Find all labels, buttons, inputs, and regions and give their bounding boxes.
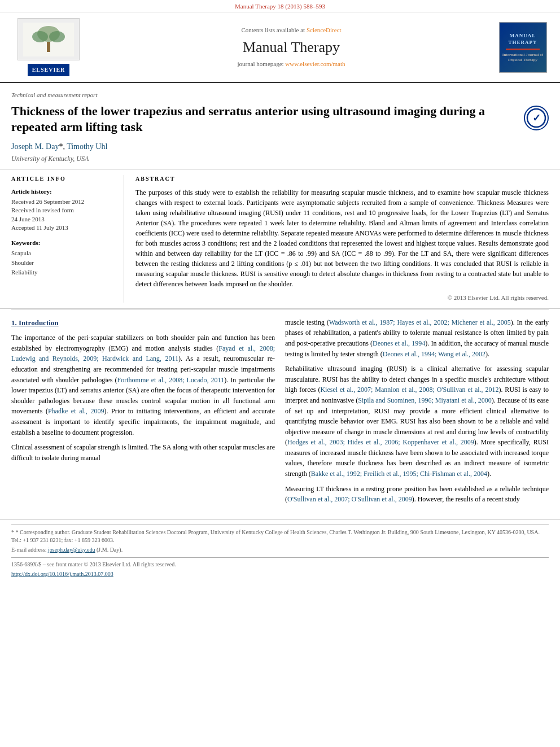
header-right: MANUAL THERAPY International Journal ofP… <box>495 18 551 76</box>
article-info-column: ARTICLE INFO Article history: Received 2… <box>11 175 124 302</box>
issn-line: 1356-689X/$ – see front matter © 2013 El… <box>11 557 549 579</box>
article-type: Technical and measurement report <box>11 91 549 99</box>
keyword-shoulder: Shoulder <box>11 259 116 267</box>
author-day-link[interactable]: Joseph M. Day <box>11 142 59 151</box>
homepage-label: journal homepage: <box>237 60 285 67</box>
journal-citation: Manual Therapy 18 (2013) 588–593 <box>235 3 325 10</box>
email-label: E-mail address: <box>11 547 46 553</box>
article-title-row: Thickness of the lower trapezius and ser… <box>11 103 549 136</box>
received-date: Received 26 September 2012 <box>11 198 116 206</box>
contents-available-text: Contents lists available at <box>241 27 305 33</box>
introduction-heading: 1. Introduction <box>11 317 275 329</box>
manual-therapy-cover: MANUAL THERAPY International Journal ofP… <box>499 22 547 73</box>
journal-title: Manual Therapy <box>243 37 340 58</box>
affiliation: University of Kentucky, USA <box>11 154 549 164</box>
corresponding-author-note: * * Corresponding author. Graduate Stude… <box>11 528 549 544</box>
footer-section: * * Corresponding author. Graduate Stude… <box>0 519 560 582</box>
header-section: ELSEVIER Contents lists available at Sci… <box>0 12 560 83</box>
email-attribution: (J.M. Day). <box>97 547 123 553</box>
ref-bakke[interactable]: Bakke et al., 1992; Freilich et al., 199… <box>311 470 487 478</box>
corresponding-text: * Corresponding author. Graduate Student… <box>11 529 540 543</box>
issn-text: 1356-689X/$ – see front matter © 2013 El… <box>11 561 549 569</box>
section-number: 1. <box>11 318 17 327</box>
abstract-column: ABSTRACT The purposes of this study were… <box>135 175 549 302</box>
header-center: Contents lists available at ScienceDirec… <box>94 18 489 76</box>
right-paragraph-1: muscle testing (Wadsworth et al., 1987; … <box>285 317 549 359</box>
abstract-heading: ABSTRACT <box>135 175 549 183</box>
ref-hodges[interactable]: Hodges et al., 2003; Hides et al., 2006;… <box>287 438 474 446</box>
article-info-abstract-section: ARTICLE INFO Article history: Received 2… <box>0 169 560 308</box>
ref-osullivan[interactable]: O'Sullivan et al., 2007; O'Sullivan et a… <box>287 495 412 503</box>
keywords-label: Keywords: <box>11 239 116 247</box>
ref-phadke[interactable]: Phadke et al., 2009 <box>48 407 104 415</box>
ref-forthomme[interactable]: Forthomme et al., 2008; Lucado, 2011 <box>117 376 225 384</box>
revised-date: 24 June 2013 <box>11 215 116 224</box>
intro-paragraph-1: The importance of the peri-scapular stab… <box>11 333 275 438</box>
keyword-reliability: Reliability <box>11 268 116 277</box>
abstract-text: The purposes of this study were to estab… <box>135 187 549 289</box>
accepted-date: Accepted 11 July 2013 <box>11 224 116 232</box>
sciencedirect-line: Contents lists available at ScienceDirec… <box>241 26 341 34</box>
right-paragraph-3: Measuring LT thickness in a resting pron… <box>285 484 549 505</box>
article-section: Technical and measurement report Thickne… <box>0 83 560 169</box>
ref-deones1[interactable]: Deones et al., 1994 <box>373 339 425 347</box>
email-link[interactable]: joseph.day@uky.edu <box>48 547 95 553</box>
svg-point-2 <box>32 31 48 42</box>
keywords-list: Scapula Shoulder Reliability <box>11 249 116 277</box>
received-revised-label: Received in revised form <box>11 206 116 215</box>
homepage-link[interactable]: www.elsevier.com/math <box>285 60 345 67</box>
authors: Joseph M. Day*, Timothy Uhl <box>11 141 549 152</box>
elsevier-logo-text: ELSEVIER <box>28 64 70 76</box>
article-info-heading: ARTICLE INFO <box>11 175 116 183</box>
sciencedirect-link[interactable]: ScienceDirect <box>307 27 342 33</box>
body-left-column: 1. Introduction The importance of the pe… <box>11 317 275 509</box>
article-history-label: Article history: <box>11 187 116 196</box>
body-content: 1. Introduction The importance of the pe… <box>0 309 560 517</box>
ref-fayad[interactable]: Fayad et al., 2008; Ludewig and Reynolds… <box>11 344 275 363</box>
author-uhl-link[interactable]: Timothy Uhl <box>67 142 107 151</box>
footer-inner: * * Corresponding author. Graduate Stude… <box>11 525 549 579</box>
intro-paragraph-2: Clinical assessment of scapular strength… <box>11 442 275 463</box>
article-title: Thickness of the lower trapezius and ser… <box>11 103 518 136</box>
doi-link[interactable]: http://dx.doi.org/10.1016/j.math.2013.07… <box>11 571 113 577</box>
journal-homepage: journal homepage: www.elsevier.com/math <box>237 60 345 68</box>
ref-kiesel[interactable]: Kiesel et al., 2007; Mannion et al., 200… <box>320 386 498 394</box>
body-right-column: muscle testing (Wadsworth et al., 1987; … <box>285 317 549 509</box>
email-line: E-mail address: joseph.day@uky.edu (J.M.… <box>11 546 549 554</box>
ref-sipila[interactable]: Sipila and Suominen, 1996; Miyatani et a… <box>358 396 492 404</box>
ref-deones2[interactable]: Deones et al., 1994; Wang et al., 2002 <box>383 350 485 358</box>
ref-wadsworth[interactable]: Wadsworth et al., 1987; Hayes et al., 20… <box>329 318 511 326</box>
section-title: Introduction <box>19 318 59 327</box>
keyword-scapula: Scapula <box>11 249 116 257</box>
right-paragraph-2: Rehabilitative ultrasound imaging (RUSI)… <box>285 364 549 479</box>
journal-top-bar: Manual Therapy 18 (2013) 588–593 <box>0 0 560 12</box>
elsevier-logo-image <box>18 18 80 60</box>
copyright-line: © 2013 Elsevier Ltd. All rights reserved… <box>135 294 549 302</box>
crossmark-badge: ✓ <box>524 106 549 130</box>
svg-rect-4 <box>47 42 50 52</box>
svg-text:✓: ✓ <box>532 112 541 124</box>
header-left: ELSEVIER <box>9 18 88 76</box>
star-symbol: * <box>11 529 16 535</box>
svg-point-3 <box>49 31 65 42</box>
